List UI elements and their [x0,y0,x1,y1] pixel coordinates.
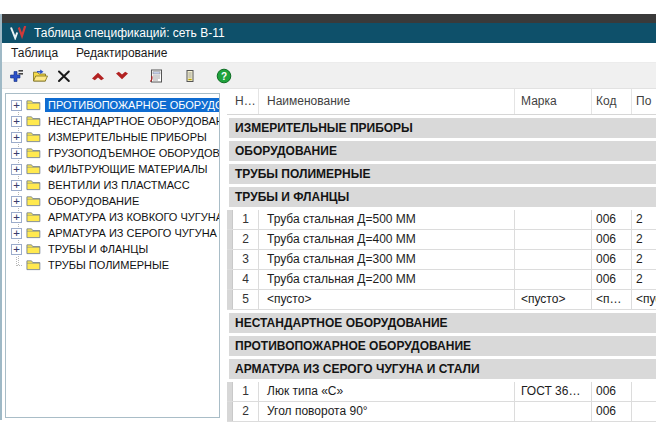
marka-cell [515,210,592,229]
folder-icon [26,131,41,143]
folder-icon [26,227,41,239]
num-cell: 5 [233,290,259,309]
folder-icon [26,163,41,175]
window-title: Таблица спецификаций: сеть В-11 [34,26,225,40]
spec-group-row[interactable]: ТРУБЫ И ФЛАНЦЫ [229,187,656,207]
name-cell: Труба стальная Д=400 ММ [259,230,515,249]
kod-cell: 006 [592,402,632,421]
titlebar[interactable]: Таблица спецификаций: сеть В-11 [2,23,656,43]
expand-plus-icon[interactable]: + [11,164,22,175]
marka-cell: <пусто> [515,290,592,309]
move-up-button[interactable] [87,66,109,86]
move-down-button[interactable] [111,66,133,86]
folder-icon [26,99,41,111]
help-button[interactable]: ? [213,66,235,86]
spec-data-row[interactable]: 5<пусто><пусто><пусто><пусто> [227,290,656,310]
tree-item[interactable]: +АРМАТУРА ИЗ СЕРОГО ЧУГУНА И СТАЛИ [6,225,219,241]
tree-item[interactable]: +ФИЛЬТРУЮЩИЕ МАТЕРИАЛЫ [6,161,219,177]
properties-button[interactable] [179,66,201,86]
tree-item-label: ГРУЗОПОДЪЕМНОЕ ОБОРУДОВАНИЕ [45,146,219,160]
spec-group-row[interactable]: ТРУБЫ ПОЛИМЕРНЫЕ [229,164,656,184]
outer-dark-bar [2,14,656,23]
tree-item[interactable]: +ГРУЗОПОДЪЕМНОЕ ОБОРУДОВАНИЕ [6,145,219,161]
name-cell: <пусто> [259,290,515,309]
spec-data-row[interactable]: 2Угол поворота 90°006 [227,402,656,422]
spec-group-row[interactable]: ИЗМЕРИТЕЛЬНЫЕ ПРИБОРЫ [229,118,656,138]
expand-plus-icon[interactable]: + [11,100,22,111]
header-cell-kod[interactable]: Код [592,89,632,114]
header-cell-num[interactable]: Но... [227,89,259,114]
marka-cell: ГОСТ 3634… [515,382,592,401]
report-button[interactable] [145,66,167,86]
expand-plus-icon[interactable]: + [11,196,22,207]
folder-icon [26,259,41,271]
delete-button[interactable] [53,66,75,86]
tree-item[interactable]: ТРУБЫ ПОЛИМЕРНЫЕ [6,257,219,273]
spec-group-row[interactable]: ПРОТИВОПОЖАРНОЕ ОБОРУДОВАНИЕ [229,336,656,356]
poz-cell: <пусто> [632,290,656,309]
tree-item-label: ТРУБЫ И ФЛАНЦЫ [45,242,151,256]
name-cell: Угол поворота 90° [259,402,515,421]
add-icon [8,68,24,84]
expand-plus-icon[interactable]: + [11,148,22,159]
expand-plus-icon[interactable]: + [11,228,22,239]
screen: Таблица спецификаций: сеть В-11 ТаблицаР… [0,0,656,436]
menu-item[interactable]: Таблица [2,44,67,62]
poz-cell [632,402,656,421]
tree-item-label: АРМАТУРА ИЗ СЕРОГО ЧУГУНА И СТАЛИ [45,226,219,240]
spec-data-row[interactable]: 1Труба стальная Д=500 ММ0062 [227,210,656,230]
marka-cell [515,230,592,249]
tree-item[interactable]: +ИЗМЕРИТЕЛЬНЫЕ ПРИБОРЫ [6,129,219,145]
add-button[interactable] [5,66,27,86]
tree-item-label: ИЗМЕРИТЕЛЬНЫЕ ПРИБОРЫ [45,130,210,144]
header-cell-poz[interactable]: По [632,89,656,114]
num-cell: 1 [233,210,259,229]
open-folder-button[interactable] [29,66,51,86]
expand-plus-icon[interactable]: + [11,132,22,143]
tree-item-label: ФИЛЬТРУЮЩИЕ МАТЕРИАЛЫ [45,162,211,176]
expand-plus-icon[interactable]: + [11,244,22,255]
num-cell: 2 [233,402,259,421]
tree-item-label: ПРОТИВОПОЖАРНОЕ ОБОРУДОВАНИЕ [45,98,219,112]
category-tree: +ПРОТИВОПОЖАРНОЕ ОБОРУДОВАНИЕ+НЕСТАНДАРТ… [5,93,220,418]
open-folder-icon [32,68,48,84]
tree-item[interactable]: +ВЕНТИЛИ ИЗ ПЛАСТМАСС [6,177,219,193]
menubar: ТаблицаРедактирование [2,43,656,63]
tree-item[interactable]: +НЕСТАНДАРТНОЕ ОБОРУДОВАНИЕ [6,113,219,129]
tree-item[interactable]: +ТРУБЫ И ФЛАНЦЫ [6,241,219,257]
kod-cell: <пусто> [592,290,632,309]
tree-item-label: АРМАТУРА ИЗ КОВКОГО ЧУГУНА И Ц [45,210,219,224]
tree-item-label: ОБОРУДОВАНИЕ [45,194,142,208]
folder-icon [26,243,41,255]
expand-plus-icon[interactable]: + [11,180,22,191]
expand-plus-icon[interactable]: + [11,116,22,127]
svg-text:?: ? [221,70,227,81]
spec-group-row[interactable]: ОБОРУДОВАНИЕ [229,141,656,161]
poz-cell: 2 [632,250,656,269]
spec-group-row[interactable]: АРМАТУРА ИЗ СЕРОГО ЧУГУНА И СТАЛИ [229,359,656,379]
tree-item-label: ТРУБЫ ПОЛИМЕРНЫЕ [45,258,172,272]
spec-data-row[interactable]: 1Люк типа «С»ГОСТ 3634…006 [227,382,656,402]
spec-data-row[interactable]: 2Труба стальная Д=400 ММ0062 [227,230,656,250]
header-cell-name[interactable]: Наименование [259,89,515,114]
spec-data-row[interactable]: 3Труба стальная Д=300 ММ0062 [227,250,656,270]
table-body: ИЗМЕРИТЕЛЬНЫЕ ПРИБОРЫОБОРУДОВАНИЕТРУБЫ П… [227,118,656,422]
spec-group-row[interactable]: НЕСТАНДАРТНОЕ ОБОРУДОВАНИЕ [229,313,656,333]
kod-cell: 006 [592,382,632,401]
kod-cell: 006 [592,230,632,249]
header-cell-marka[interactable]: Марка [515,89,592,114]
tree-item[interactable]: +ОБОРУДОВАНИЕ [6,193,219,209]
poz-cell [632,382,656,401]
folder-icon [26,211,41,223]
marka-cell [515,250,592,269]
tree-item[interactable]: +ПРОТИВОПОЖАРНОЕ ОБОРУДОВАНИЕ [6,97,219,113]
tree-item[interactable]: +АРМАТУРА ИЗ КОВКОГО ЧУГУНА И Ц [6,209,219,225]
kod-cell: 006 [592,210,632,229]
num-cell: 4 [233,270,259,289]
app-logo-icon [9,26,27,40]
menu-item[interactable]: Редактирование [67,44,176,62]
expand-plus-icon[interactable]: + [11,212,22,223]
spec-data-row[interactable]: 4Труба стальная Д=200 ММ0062 [227,270,656,290]
name-cell: Труба стальная Д=200 ММ [259,270,515,289]
table-header: Но...НаименованиеМаркаКодПо [227,89,656,115]
